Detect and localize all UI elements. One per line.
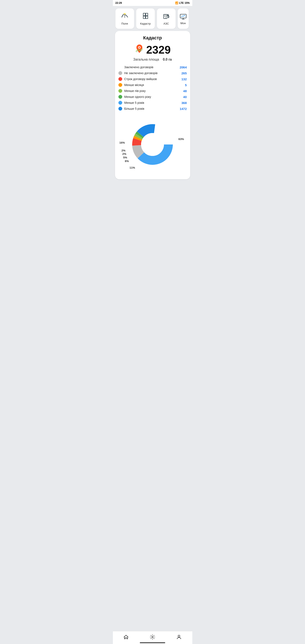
total-area-label: Загальна площа	[133, 58, 159, 61]
stat-value-more-5years[interactable]: 1472	[180, 107, 186, 110]
stat-label-less-halfyear: Менше пів року	[124, 89, 146, 92]
svg-rect-3	[146, 13, 148, 16]
stat-label-contracts-unsigned: Не заключено договорів	[124, 72, 158, 75]
stat-value-less-year[interactable]: 40	[183, 95, 187, 99]
no-dot-placeholder	[118, 65, 122, 69]
nav-card-cadastre[interactable]: Кадастр	[136, 8, 155, 29]
chart-label-16: 16%	[119, 141, 126, 144]
dot-more-5years	[118, 107, 122, 110]
chart-label-63: 63%	[178, 137, 184, 141]
stat-label-less-year: Менше одного року	[124, 95, 151, 98]
fields-icon	[121, 12, 128, 21]
donut-center	[141, 133, 164, 156]
svg-point-8	[165, 17, 166, 18]
stat-label-contracts-expired: Строк договору вийшов	[124, 77, 157, 81]
stat-label-contracts-signed: Заключено договорів	[124, 66, 153, 69]
battery-display: 15%	[184, 2, 190, 4]
monitor-label: Мон	[180, 22, 186, 25]
stat-value-contracts-signed[interactable]: 2064	[180, 66, 186, 69]
stat-row-more-5years: Більше 5 років 1472	[118, 107, 187, 110]
stat-value-less-halfyear[interactable]: 48	[183, 89, 187, 93]
nav-card-fields[interactable]: Поля	[116, 8, 134, 29]
azs-label: АЗС	[164, 22, 169, 25]
stat-value-less-5years[interactable]: 368	[181, 101, 186, 105]
dot-less-halfyear	[118, 89, 122, 93]
stat-value-contracts-unsigned[interactable]: 265	[181, 72, 186, 75]
status-time: 22:29	[116, 2, 122, 4]
dot-contracts-expired	[118, 77, 122, 81]
stat-value-contracts-expired[interactable]: 132	[181, 77, 186, 81]
svg-rect-9	[180, 14, 186, 18]
dot-less-month	[118, 83, 122, 87]
status-bar: 22:29 📶 LTE 15%	[113, 0, 192, 6]
time-display: 22:29	[116, 2, 122, 4]
stat-row-contracts-unsigned: Не заключено договорів 265	[118, 71, 187, 75]
map-pin-icon	[134, 44, 144, 56]
total-area-value: 0.0 га	[163, 58, 172, 61]
chart-label-11: 11%	[129, 166, 136, 170]
nav-card-monitor[interactable]: Мон	[178, 8, 189, 29]
top-nav: Поля Кадастр АЗС	[113, 6, 192, 31]
svg-point-13	[139, 47, 140, 48]
donut-chart-container: 63% 16% 2% 2% 5% 6% 11%	[118, 115, 187, 174]
dot-less-year	[118, 95, 122, 99]
status-icons: 📶 LTE 15%	[175, 2, 190, 4]
svg-rect-5	[146, 16, 148, 19]
hero-number: 2329	[146, 44, 171, 55]
dot-contracts-unsigned	[118, 71, 122, 75]
main-card: Кадастр 2329 Загальна площа 0.0 га Заклю…	[115, 31, 190, 179]
fields-label: Поля	[121, 22, 128, 25]
chart-label-6: 6%	[124, 159, 130, 163]
stat-row-less-5years: Менше 5 років 368	[118, 101, 187, 105]
stat-label-less-month: Менше місяця	[124, 83, 144, 87]
stat-row-less-halfyear: Менше пів року 48	[118, 89, 187, 93]
svg-rect-2	[143, 13, 145, 16]
stat-value-less-month[interactable]: 5	[185, 83, 186, 87]
stat-row-contracts-signed: Заключено договорів 2064	[118, 65, 187, 69]
signal-display: LTE	[179, 2, 184, 4]
svg-rect-4	[143, 16, 145, 19]
stat-row-less-month: Менше місяця 5	[118, 83, 187, 87]
stat-row-contracts-expired: Строк договору вийшов 132	[118, 77, 187, 81]
stat-label-less-5years: Менше 5 років	[124, 101, 144, 104]
donut-chart-svg	[125, 117, 180, 172]
chart-label-2b: 2%	[122, 152, 127, 156]
stat-label-more-5years: Більше 5 років	[124, 107, 144, 110]
hero-row: 2329	[118, 44, 187, 56]
chart-label-5b: 5%	[123, 156, 128, 159]
cadastre-label: Кадастр	[140, 22, 150, 25]
cadastre-icon	[142, 12, 149, 21]
stats-list: Заключено договорів 2064 Не заключено до…	[118, 65, 187, 110]
nav-card-azs[interactable]: АЗС	[157, 8, 176, 29]
total-area-row: Загальна площа 0.0 га	[118, 58, 187, 62]
bluetooth-icon: 📶	[175, 2, 178, 4]
card-title: Кадастр	[118, 35, 187, 41]
azs-icon	[162, 12, 170, 21]
dot-less-5years	[118, 101, 122, 105]
chart-label-2a: 2%	[121, 149, 126, 152]
stat-row-less-year: Менше одного року 40	[118, 95, 187, 99]
